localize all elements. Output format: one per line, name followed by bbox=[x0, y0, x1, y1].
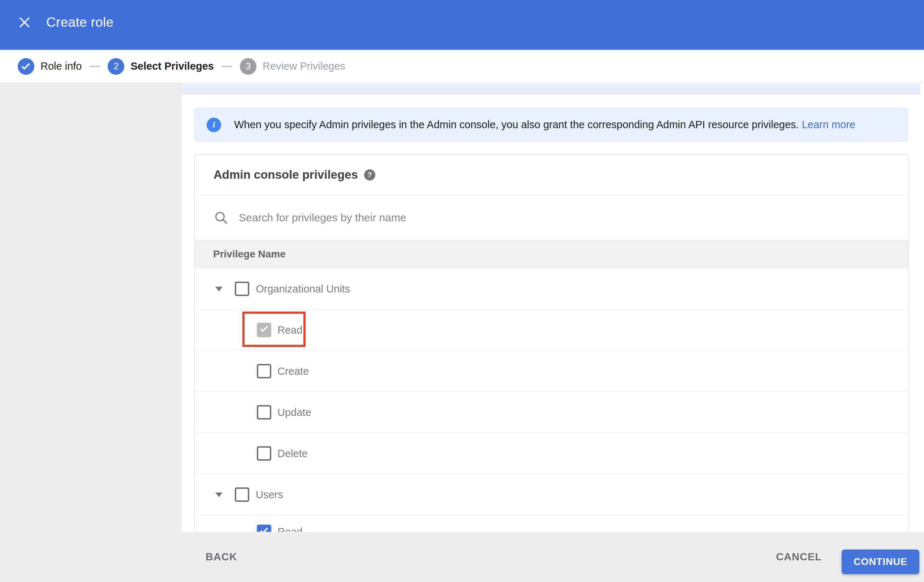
scrolled-content-strip bbox=[182, 84, 921, 94]
info-icon: i bbox=[206, 118, 221, 132]
checkbox-users-read[interactable] bbox=[257, 524, 271, 532]
search-input[interactable] bbox=[239, 211, 780, 224]
row-label: Read bbox=[277, 324, 302, 336]
table-row: Read bbox=[195, 309, 908, 351]
row-label: Update bbox=[277, 406, 311, 418]
checkbox-create[interactable] bbox=[257, 364, 271, 378]
row-label: Read bbox=[277, 526, 302, 532]
banner-message: When you specify Admin privileges in the… bbox=[234, 119, 799, 130]
step1-circle bbox=[18, 58, 34, 75]
search-icon bbox=[214, 211, 228, 224]
checkbox-update[interactable] bbox=[257, 405, 271, 420]
column-header-privilege-name: Privilege Name bbox=[213, 248, 286, 260]
row-label: Users bbox=[256, 488, 283, 500]
row-label: Create bbox=[277, 365, 309, 377]
help-icon[interactable]: ? bbox=[364, 169, 375, 181]
step1-label: Role info bbox=[40, 60, 82, 72]
row-label: Organizational Units bbox=[256, 283, 350, 295]
collapse-arrow-icon[interactable] bbox=[215, 287, 223, 291]
checkbox-delete[interactable] bbox=[257, 446, 271, 461]
checkmark-icon bbox=[261, 324, 268, 332]
stepper: Role info 2 Select Privileges 3 Review P… bbox=[0, 50, 924, 83]
collapse-arrow-icon[interactable] bbox=[215, 493, 223, 497]
step2-label: Select Privileges bbox=[130, 60, 214, 72]
check-icon bbox=[21, 61, 30, 70]
card-header: Admin console privileges ? bbox=[195, 155, 908, 195]
table-row: Organizational Units bbox=[195, 268, 908, 309]
info-banner: i When you specify Admin privileges in t… bbox=[194, 107, 909, 142]
close-icon bbox=[18, 16, 31, 28]
privileges-card: Admin console privileges ? Privilege Nam… bbox=[194, 154, 909, 532]
appbar: Create role bbox=[0, 0, 924, 50]
step-connector bbox=[221, 66, 232, 67]
create-role-dialog: Create role Role info 2 Select Privilege… bbox=[0, 0, 924, 582]
card-title: Admin console privileges bbox=[213, 168, 358, 181]
table-row: Read bbox=[195, 515, 908, 532]
table-row: Update bbox=[195, 392, 908, 433]
checkbox-organizational-units[interactable] bbox=[235, 282, 249, 296]
dialog-title: Create role bbox=[46, 15, 114, 30]
table-row: Delete bbox=[195, 433, 908, 474]
left-background-panel bbox=[0, 83, 182, 532]
table-header: Privilege Name bbox=[195, 240, 908, 268]
step3-label: Review Privileges bbox=[262, 60, 345, 72]
step-select-privileges[interactable]: 2 Select Privileges bbox=[108, 58, 214, 75]
main-content: i When you specify Admin privileges in t… bbox=[0, 83, 924, 532]
step-connector bbox=[89, 66, 100, 67]
footer-bar: BACK CANCEL CONTINUE bbox=[0, 532, 924, 582]
step-role-info[interactable]: Role info bbox=[18, 58, 82, 75]
checkbox-read[interactable] bbox=[257, 323, 271, 337]
cancel-button[interactable]: CANCEL bbox=[776, 532, 822, 582]
close-button[interactable] bbox=[13, 11, 36, 34]
row-label: Delete bbox=[277, 447, 308, 459]
search-row bbox=[195, 195, 908, 240]
step-review-privileges[interactable]: 3 Review Privileges bbox=[240, 58, 345, 75]
banner-text: When you specify Admin privileges in the… bbox=[234, 119, 855, 131]
step2-circle: 2 bbox=[108, 58, 124, 75]
step3-circle: 3 bbox=[240, 58, 256, 75]
learn-more-link[interactable]: Learn more bbox=[802, 119, 855, 130]
continue-button[interactable]: CONTINUE bbox=[842, 549, 919, 574]
table-row: Create bbox=[195, 351, 908, 392]
checkmark-icon bbox=[261, 526, 268, 532]
table-row: Users bbox=[195, 474, 908, 515]
checkbox-users[interactable] bbox=[235, 487, 249, 502]
back-button[interactable]: BACK bbox=[206, 532, 237, 582]
